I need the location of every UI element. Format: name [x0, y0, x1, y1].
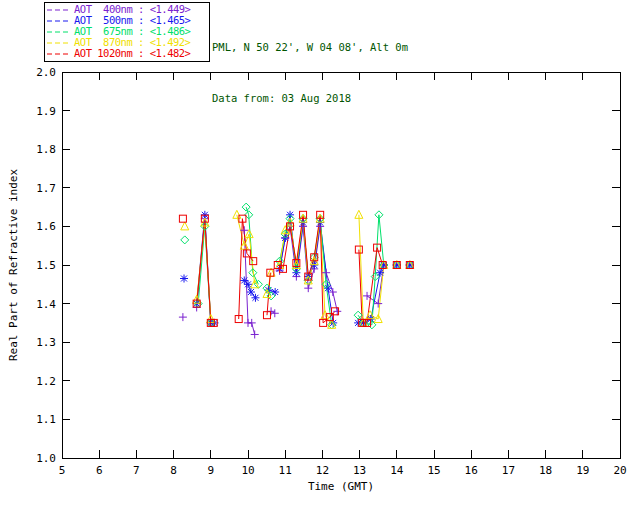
marker-diamond [354, 311, 362, 319]
y-axis-label: Real Part of Refractive index [7, 169, 20, 361]
x-tick-label: 19 [576, 464, 589, 477]
y-tick-label: 1.7 [36, 182, 56, 195]
x-tick-label: 20 [613, 464, 626, 477]
y-tick-label: 1.2 [36, 375, 56, 388]
marker-plus [374, 300, 382, 308]
x-tick-label: 13 [353, 464, 366, 477]
y-tick-label: 1.4 [36, 298, 56, 311]
marker-plus [271, 309, 279, 317]
x-tick-label: 12 [316, 464, 329, 477]
series-line-aot-870nm [197, 223, 211, 320]
y-tick-label: 1.1 [36, 413, 56, 426]
marker-asterisk [247, 288, 255, 296]
x-tick-label: 18 [539, 464, 552, 477]
marker-diamond [181, 236, 189, 244]
marker-asterisk [271, 288, 279, 296]
x-tick-label: 9 [207, 464, 214, 477]
marker-plus [248, 319, 256, 327]
plot-window: AOT 400nm : <1.449>AOT 500nm : <1.465>AO… [0, 0, 640, 512]
marker-square [179, 215, 186, 222]
x-tick-label: 14 [390, 464, 404, 477]
x-tick-label: 16 [465, 464, 478, 477]
marker-asterisk [180, 275, 188, 283]
marker-triangle [233, 210, 241, 218]
x-tick-label: 15 [427, 464, 440, 477]
series-line-aot-675nm [280, 219, 332, 325]
x-tick-label: 8 [170, 464, 177, 477]
plot-area [62, 72, 620, 458]
marker-asterisk [251, 294, 259, 302]
x-tick-label: 11 [279, 464, 292, 477]
y-tick-label: 1.3 [36, 336, 56, 349]
x-tick-label: 5 [59, 464, 66, 477]
marker-plus [179, 313, 187, 321]
series-line-aot-870nm [280, 219, 332, 325]
y-tick-label: 2.0 [36, 66, 56, 79]
y-tick-label: 1.0 [36, 452, 56, 465]
marker-plus [304, 284, 312, 292]
marker-triangle [181, 222, 189, 230]
y-tick-label: 1.9 [36, 105, 56, 118]
marker-plus [329, 288, 337, 296]
marker-asterisk [324, 284, 332, 292]
marker-asterisk [376, 269, 384, 277]
y-tick-label: 1.5 [36, 259, 56, 272]
x-axis-label: Time (GMT) [308, 480, 374, 493]
x-tick-label: 10 [241, 464, 254, 477]
marker-plus [251, 330, 259, 338]
marker-plus [333, 307, 341, 315]
chart-svg: 5678910111213141516171819201.01.11.21.31… [0, 0, 640, 512]
x-tick-label: 7 [133, 464, 140, 477]
x-tick-label: 17 [502, 464, 515, 477]
y-tick-label: 1.8 [36, 143, 56, 156]
x-tick-label: 6 [96, 464, 103, 477]
y-tick-label: 1.6 [36, 220, 56, 233]
